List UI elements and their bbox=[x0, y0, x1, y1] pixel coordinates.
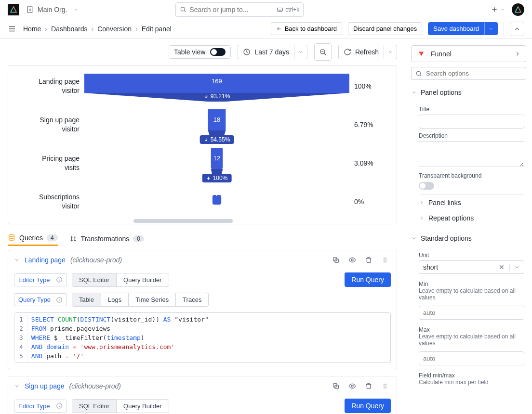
subsection-panel-links[interactable]: Panel links bbox=[419, 195, 524, 210]
chevron-down-icon[interactable] bbox=[14, 383, 20, 389]
refresh-interval-dropdown[interactable] bbox=[384, 45, 397, 59]
section-standard-options[interactable]: Standard options bbox=[405, 231, 532, 246]
horizontal-scrollbar[interactable] bbox=[133, 219, 233, 223]
refresh-icon bbox=[344, 48, 351, 56]
toggle-query-visibility-button[interactable] bbox=[346, 254, 358, 266]
keyboard-icon bbox=[277, 6, 283, 13]
min-input[interactable] bbox=[419, 306, 524, 320]
save-dashboard-dropdown[interactable] bbox=[484, 22, 498, 35]
svg-point-19 bbox=[386, 259, 386, 260]
breadcrumb-dashboards[interactable]: Dashboards bbox=[51, 25, 88, 33]
tab-transformations[interactable]: Transformations 0 bbox=[69, 232, 144, 246]
table-view-toggle[interactable] bbox=[210, 48, 226, 56]
query-card: Landing page (clickhouse-prod) Editor Ty… bbox=[8, 250, 397, 369]
funnel-stage: Sign up pagevisitor 18 54.55% 6.79% bbox=[17, 109, 388, 140]
time-range-picker[interactable]: Last 7 days bbox=[238, 45, 294, 59]
run-query-button[interactable]: Run Query bbox=[345, 272, 391, 287]
toggle-query-visibility-button[interactable] bbox=[346, 380, 358, 392]
funnel-drop-badge: 100% bbox=[202, 174, 232, 182]
global-search-input[interactable] bbox=[189, 6, 274, 13]
title-input[interactable] bbox=[419, 115, 524, 129]
description-input[interactable] bbox=[419, 141, 524, 167]
org-selector[interactable]: Main Org. bbox=[26, 6, 79, 13]
editor-mode-builder[interactable]: Query Builder bbox=[117, 400, 168, 413]
svg-point-32 bbox=[386, 388, 386, 388]
zoom-out-button[interactable] bbox=[314, 43, 332, 61]
refresh-button[interactable]: Refresh bbox=[338, 45, 384, 59]
drag-handle[interactable] bbox=[379, 380, 391, 392]
query-name[interactable]: Landing page bbox=[25, 256, 66, 264]
breadcrumb-conversion[interactable]: Conversion bbox=[97, 25, 132, 33]
editor-mode-builder[interactable]: Query Builder bbox=[117, 273, 168, 286]
hamburger-icon bbox=[8, 25, 16, 33]
plus-icon bbox=[491, 6, 498, 13]
breadcrumb-home[interactable]: Home bbox=[23, 25, 41, 33]
sql-code[interactable]: SELECT COUNT(DISTINCT(visitor_id)) AS "v… bbox=[27, 313, 213, 362]
run-query-button[interactable]: Run Query bbox=[345, 399, 391, 413]
menu-toggle[interactable] bbox=[8, 25, 16, 33]
user-avatar[interactable] bbox=[512, 3, 524, 16]
svg-rect-0 bbox=[27, 7, 32, 13]
options-search-input[interactable] bbox=[426, 70, 522, 77]
query-type-logs[interactable]: Logs bbox=[101, 293, 129, 306]
svg-point-21 bbox=[386, 261, 386, 262]
chevron-down-icon bbox=[489, 26, 493, 31]
time-range-dropdown[interactable] bbox=[294, 45, 307, 59]
clock-icon bbox=[243, 48, 251, 56]
duplicate-query-button[interactable] bbox=[330, 380, 342, 392]
options-search[interactable] bbox=[411, 67, 526, 80]
create-menu[interactable] bbox=[491, 6, 505, 13]
svg-rect-2 bbox=[278, 8, 283, 11]
save-dashboard-button[interactable]: Save dashboard bbox=[428, 22, 484, 35]
clear-unit-button[interactable]: ✕ bbox=[499, 263, 505, 271]
unit-select[interactable]: short ✕ | bbox=[419, 260, 524, 274]
funnel-emoji-icon: 🔻 bbox=[416, 49, 426, 58]
funnel-drop-badge: 93.21% bbox=[200, 92, 234, 101]
funnel-drop-badge: 54.55% bbox=[200, 135, 234, 144]
query-type-table[interactable]: Table bbox=[72, 293, 101, 306]
chevron-down-icon[interactable] bbox=[14, 257, 20, 263]
editor-mode-sql[interactable]: SQL Editor bbox=[72, 400, 117, 413]
info-icon[interactable] bbox=[56, 276, 63, 283]
editor-mode-sql[interactable]: SQL Editor bbox=[72, 273, 117, 286]
chevron-down-icon bbox=[74, 7, 79, 12]
chevron-down-icon bbox=[388, 50, 393, 54]
duplicate-query-button[interactable] bbox=[330, 254, 342, 266]
delete-query-button[interactable] bbox=[363, 380, 374, 392]
app-logo[interactable] bbox=[8, 4, 19, 15]
transparent-bg-toggle[interactable] bbox=[419, 182, 434, 190]
query-datasource: (clickhouse-prod) bbox=[69, 382, 121, 390]
svg-point-30 bbox=[386, 386, 386, 387]
funnel-stage: Pricing pagevisits 12 100% 3.09% bbox=[17, 148, 388, 179]
org-name: Main Org. bbox=[38, 6, 67, 13]
query-type-traces[interactable]: Traces bbox=[176, 293, 208, 306]
svg-point-1 bbox=[181, 7, 185, 11]
query-name[interactable]: Sign up page bbox=[25, 382, 65, 390]
transform-icon bbox=[69, 235, 77, 243]
subsection-repeat-options[interactable]: Repeat options bbox=[419, 210, 524, 226]
transparent-bg-label: Transparent background bbox=[419, 172, 524, 179]
trash-icon bbox=[365, 256, 372, 264]
svg-point-17 bbox=[386, 258, 386, 259]
query-type-timeseries[interactable]: Time Series bbox=[129, 293, 176, 306]
sql-editor[interactable]: 12345 SELECT COUNT(DISTINCT(visitor_id))… bbox=[14, 312, 391, 363]
editor-type-segmented: SQL Editor Query Builder bbox=[72, 273, 169, 287]
svg-point-15 bbox=[351, 259, 353, 261]
field-minmax-help: Calculate min max per field bbox=[419, 379, 524, 386]
info-icon[interactable] bbox=[56, 297, 63, 303]
info-icon[interactable] bbox=[56, 402, 63, 409]
editor-type-label: Editor Type bbox=[14, 273, 67, 286]
arrow-down-icon bbox=[204, 94, 209, 99]
global-search[interactable]: ctrl+k bbox=[175, 2, 304, 17]
discard-changes-button[interactable]: Discard panel changes bbox=[348, 22, 422, 35]
drag-handle[interactable] bbox=[379, 254, 391, 266]
trash-icon bbox=[365, 382, 372, 390]
svg-point-27 bbox=[384, 384, 385, 385]
collapse-panel-toggle[interactable] bbox=[510, 22, 524, 36]
visualization-picker[interactable]: 🔻 Funnel bbox=[411, 45, 526, 62]
tab-queries[interactable]: Queries 4 bbox=[8, 231, 58, 246]
max-input[interactable] bbox=[419, 351, 524, 365]
delete-query-button[interactable] bbox=[363, 254, 374, 266]
back-to-dashboard-button[interactable]: Back to dashboard bbox=[271, 22, 342, 35]
section-panel-options[interactable]: Panel options bbox=[405, 85, 532, 100]
